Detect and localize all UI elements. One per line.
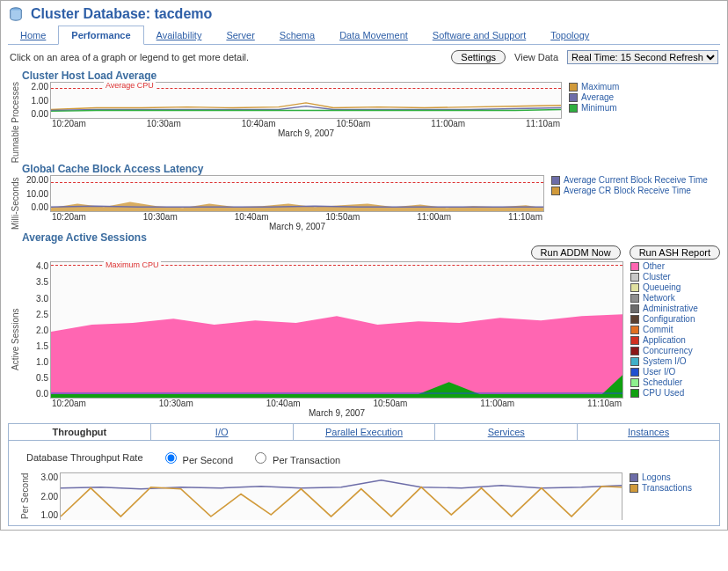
legend-transactions[interactable]: Transactions: [642, 483, 692, 493]
radio-per-second[interactable]: Per Second: [161, 450, 234, 465]
legend-other[interactable]: Other: [643, 261, 665, 271]
legend-swatch-icon: [630, 347, 639, 355]
legend-cr-block[interactable]: Average CR Block Receive Time: [564, 186, 691, 195]
throughput-plot[interactable]: [60, 472, 622, 520]
chart-c-threshold-label: Maximum CPU: [104, 260, 161, 269]
legend-swatch-icon: [551, 187, 560, 195]
sub-tab-services[interactable]: Services: [435, 424, 578, 441]
chart-a-plot[interactable]: Average CPU: [50, 82, 562, 119]
legend-swatch-icon: [630, 326, 639, 334]
legend-current-block[interactable]: Average Current Block Receive Time: [564, 175, 708, 185]
legend-concurrency[interactable]: Concurrency: [643, 346, 693, 355]
view-data-select[interactable]: Real Time: 15 Second Refresh: [567, 50, 718, 64]
throughput-label: Database Throughput Rate: [26, 452, 143, 463]
run-ash-button[interactable]: Run ASH Report: [630, 245, 720, 260]
legend-swatch-icon: [630, 378, 639, 387]
legend-average[interactable]: Average: [581, 92, 614, 102]
chart-c-plot[interactable]: Maximum CPU: [50, 261, 623, 399]
legend-swatch-icon: [630, 357, 639, 366]
sub-tab-throughput[interactable]: Throughput: [9, 424, 151, 441]
legend-user-io[interactable]: User I/O: [643, 367, 675, 377]
radio-per-transaction[interactable]: Per Transaction: [251, 450, 340, 465]
settings-button[interactable]: Settings: [451, 50, 506, 64]
throughput-yticks: 3.002.001.00: [32, 472, 60, 520]
legend-swatch-icon: [630, 283, 639, 292]
legend-configuration[interactable]: Configuration: [643, 314, 695, 324]
sub-tab-parallel[interactable]: Parallel Execution: [293, 424, 435, 441]
main-tab-strip: Home Performance Availability Server Sch…: [8, 26, 720, 45]
chart-b-plot[interactable]: [50, 175, 544, 212]
legend-system-io[interactable]: System I/O: [643, 356, 686, 366]
page-header: Cluster Database: tacdemo: [8, 4, 720, 26]
legend-swatch-icon: [569, 83, 578, 92]
chart-c-xaxis: 10:20am10:30am10:40am10:50am11:00am11:10…: [50, 399, 623, 408]
run-addm-button[interactable]: Run ADDM Now: [531, 245, 621, 260]
legend-swatch-icon: [630, 273, 639, 282]
legend-swatch-icon: [551, 176, 560, 185]
legend-minimum[interactable]: Minimum: [581, 103, 617, 113]
legend-swatch-icon: [569, 93, 578, 102]
legend-swatch-icon: [630, 368, 639, 377]
throughput-ylabel: Per Second: [18, 472, 32, 520]
page-title: Cluster Database: tacdemo: [31, 6, 212, 22]
chart-a-ylabel: Runnable Processes: [8, 82, 22, 163]
legend-logons[interactable]: Logons: [642, 472, 671, 482]
chart-c-title: Average Active Sessions: [8, 231, 720, 244]
chart-c-xdate: March 9, 2007: [50, 408, 623, 418]
legend-swatch-icon: [569, 104, 578, 113]
tab-server[interactable]: Server: [214, 26, 266, 44]
database-icon: [8, 6, 24, 22]
tab-data-movement[interactable]: Data Movement: [327, 26, 420, 44]
legend-cluster[interactable]: Cluster: [643, 272, 671, 282]
legend-application[interactable]: Application: [643, 335, 686, 345]
tab-performance[interactable]: Performance: [58, 26, 143, 45]
chart-c-legend: Other Cluster Queueing Network Administr…: [623, 261, 720, 399]
legend-swatch-icon: [630, 315, 639, 324]
chart-c-ylabel: Active Sessions: [8, 261, 22, 418]
view-data-label: View Data: [514, 52, 558, 62]
tab-software-support[interactable]: Software and Support: [420, 26, 538, 44]
instruction-text: Click on an area of a graph or legend to…: [10, 52, 249, 62]
legend-administrative[interactable]: Administrative: [643, 304, 698, 313]
legend-scheduler[interactable]: Scheduler: [643, 377, 682, 387]
throughput-panel: Database Throughput Rate Per Second Per …: [8, 441, 720, 526]
tab-home[interactable]: Home: [8, 26, 58, 44]
chart-b-xdate: March 9, 2007: [50, 222, 544, 231]
chart-a-title: Cluster Host Load Average: [8, 70, 720, 82]
legend-swatch-icon: [630, 484, 638, 493]
svg-marker-2: [51, 315, 622, 399]
legend-swatch-icon: [630, 294, 639, 303]
legend-swatch-icon: [630, 473, 638, 482]
tab-schema[interactable]: Schema: [267, 26, 327, 44]
legend-swatch-icon: [630, 304, 639, 313]
chart-b-threshold: [51, 182, 543, 183]
legend-cpu-used[interactable]: CPU Used: [643, 388, 684, 398]
chart-a-legend: Maximum Average Minimum: [562, 82, 720, 119]
chart-b-ylabel: Milli-Seconds: [8, 175, 22, 231]
chart-a-xaxis: 10:20am10:30am10:40am10:50am11:00am11:10…: [50, 119, 562, 128]
chart-b-yticks: 20.0010.000.00: [22, 175, 50, 212]
chart-a-yticks: 2.001.000.00: [22, 82, 50, 119]
throughput-legend: Logons Transactions: [622, 472, 710, 520]
chart-c-yticks: 4.03.53.02.52.01.51.00.50.0: [22, 261, 50, 399]
legend-commit[interactable]: Commit: [643, 325, 673, 334]
sub-tab-instances[interactable]: Instances: [578, 424, 720, 441]
chart-b-xaxis: 10:20am10:30am10:40am10:50am11:00am11:10…: [50, 212, 544, 222]
sub-tab-io[interactable]: I/O: [150, 424, 293, 441]
legend-swatch-icon: [630, 262, 639, 271]
legend-network[interactable]: Network: [643, 293, 675, 303]
legend-maximum[interactable]: Maximum: [581, 82, 619, 92]
toolbar: Click on an area of a graph or legend to…: [8, 45, 720, 70]
chart-a-threshold-label: Average CPU: [104, 81, 156, 90]
legend-swatch-icon: [630, 389, 639, 398]
chart-b-title: Global Cache Block Access Latency: [8, 163, 720, 175]
tab-availability[interactable]: Availability: [144, 26, 215, 44]
legend-swatch-icon: [630, 336, 639, 345]
chart-b-legend: Average Current Block Receive Time Avera…: [544, 175, 720, 212]
chart-a-xdate: March 9, 2007: [50, 128, 562, 138]
sub-tab-strip: Throughput I/O Parallel Execution Servic…: [8, 423, 720, 441]
legend-queueing[interactable]: Queueing: [643, 282, 681, 292]
tab-topology[interactable]: Topology: [538, 26, 601, 44]
